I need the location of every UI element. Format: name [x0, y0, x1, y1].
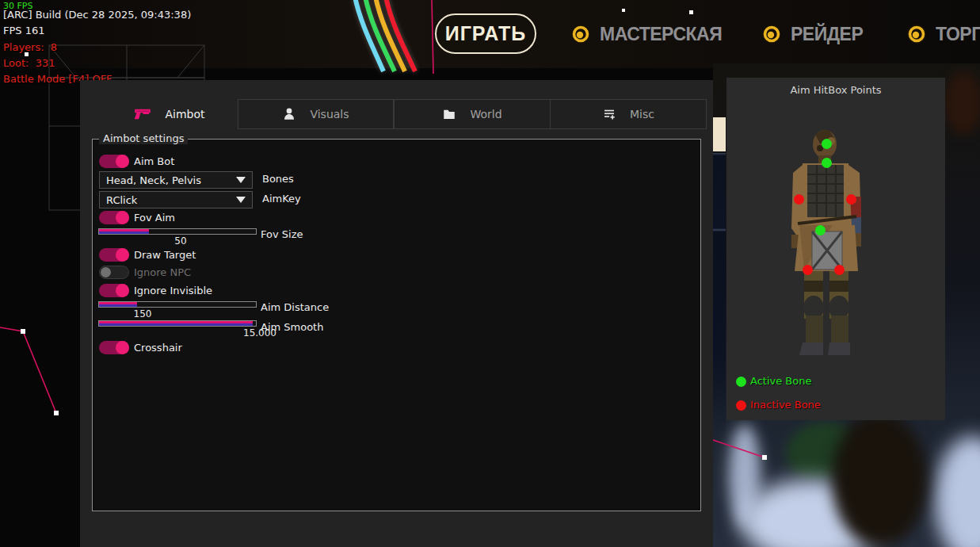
active-bone-legend-dot — [736, 377, 746, 387]
bone-dot-left-shoulder — [794, 194, 804, 205]
background-light-blob — [935, 436, 980, 547]
nav-item-label: РЕЙДЕР — [791, 24, 863, 45]
draw-target-toggle[interactable] — [99, 248, 129, 262]
bone-dot-right-thigh — [834, 265, 845, 275]
aim-bot-toggle[interactable] — [99, 155, 129, 168]
tab-label: World — [470, 108, 501, 120]
fov-size-label: Fov Size — [261, 228, 303, 240]
bones-dropdown[interactable]: Head, Neck, Pelvis — [99, 171, 253, 189]
play-button[interactable]: ИГРАТЬ — [435, 13, 536, 54]
aim-distance-label: Aim Distance — [261, 301, 329, 313]
crosshair-toggle[interactable] — [99, 341, 129, 354]
active-bone-legend-label: Active Bone — [750, 375, 811, 387]
trade-medal-icon — [906, 24, 927, 44]
inactive-bone-legend-dot — [736, 400, 746, 411]
pistol-icon — [134, 108, 151, 120]
aimbot-settings-group: Aimbot settings Aim Bot Head, Neck, Pelv… — [92, 139, 701, 511]
hitbox-model-area — [726, 78, 945, 420]
chevron-down-icon — [236, 197, 246, 203]
crosshair-label: Crosshair — [134, 342, 182, 354]
aimkey-dropdown-value: RClick — [106, 194, 137, 206]
tab-visuals[interactable]: Visuals — [238, 99, 394, 129]
background-navy-block — [712, 153, 726, 438]
slider-fill — [99, 302, 137, 307]
aim-distance-value: 150 — [119, 308, 166, 319]
slider-fill — [99, 321, 253, 326]
bone-dot-head — [822, 139, 832, 149]
ignore-npc-toggle[interactable] — [99, 266, 129, 279]
tab-misc[interactable]: Misc — [550, 99, 707, 129]
person-icon — [282, 107, 296, 121]
nav-item-label: ТОРГО — [936, 24, 980, 45]
tab-label: Visuals — [310, 108, 349, 120]
background-cream-block — [712, 117, 726, 151]
tab-world[interactable]: World — [394, 99, 551, 129]
background-brown-blob — [944, 71, 980, 135]
sliders-icon — [602, 107, 616, 121]
background-dark-column — [832, 412, 927, 547]
chevron-down-icon — [236, 177, 246, 183]
raider-medal-icon — [761, 24, 782, 44]
aimkey-label: AimKey — [262, 193, 301, 205]
folder-icon — [442, 107, 456, 121]
nav-item-workshop[interactable]: МАСТЕРСКАЯ — [570, 23, 722, 45]
inactive-bone-legend-label: Inactive Bone — [750, 399, 821, 411]
hitbox-panel: Aim HitBox Points — [726, 78, 945, 420]
aim-smooth-label: Aim Smooth — [261, 321, 323, 333]
cheat-menu-panel: Aimbot Visuals World Misc — [80, 80, 713, 547]
nav-item-label: МАСТЕРСКАЯ — [600, 24, 722, 45]
fov-size-value: 50 — [157, 235, 204, 247]
bone-dot-pelvis — [815, 225, 826, 235]
bone-dot-right-shoulder — [846, 194, 856, 205]
fov-size-slider[interactable] — [98, 228, 257, 235]
ignore-npc-label: Ignore NPC — [134, 266, 191, 278]
bone-dot-neck — [822, 158, 832, 168]
bones-label: Bones — [262, 173, 294, 185]
aim-smooth-slider[interactable] — [98, 320, 257, 327]
aim-bot-label: Aim Bot — [134, 155, 174, 167]
aim-distance-slider[interactable] — [98, 301, 257, 308]
draw-target-label: Draw Target — [134, 249, 196, 261]
ignore-invisible-label: Ignore Invisible — [134, 285, 212, 296]
tab-label: Aimbot — [165, 108, 204, 120]
nav-item-trade[interactable]: ТОРГО — [906, 23, 980, 45]
fov-aim-label: Fov Aim — [134, 212, 175, 224]
screen: 30 FPS [ARC] Build (Dec 28 2025, 09:43:3… — [0, 0, 980, 547]
nav-item-raider[interactable]: РЕЙДЕР — [761, 23, 863, 45]
bone-dot-left-thigh — [803, 265, 813, 275]
aimkey-dropdown[interactable]: RClick — [99, 191, 253, 208]
ignore-invisible-toggle[interactable] — [99, 284, 129, 297]
tab-label: Misc — [630, 108, 654, 120]
game-main-menu: ИГРАТЬ МАСТЕРСКАЯ РЕЙДЕР ТОРГО — [0, 0, 980, 68]
tab-aimbot[interactable]: Aimbot — [102, 99, 237, 129]
slider-fill — [99, 229, 149, 234]
fov-aim-toggle[interactable] — [99, 211, 129, 224]
workshop-medal-icon — [570, 24, 591, 44]
group-title: Aimbot settings — [99, 132, 188, 144]
bones-dropdown-value: Head, Neck, Pelvis — [106, 174, 201, 186]
